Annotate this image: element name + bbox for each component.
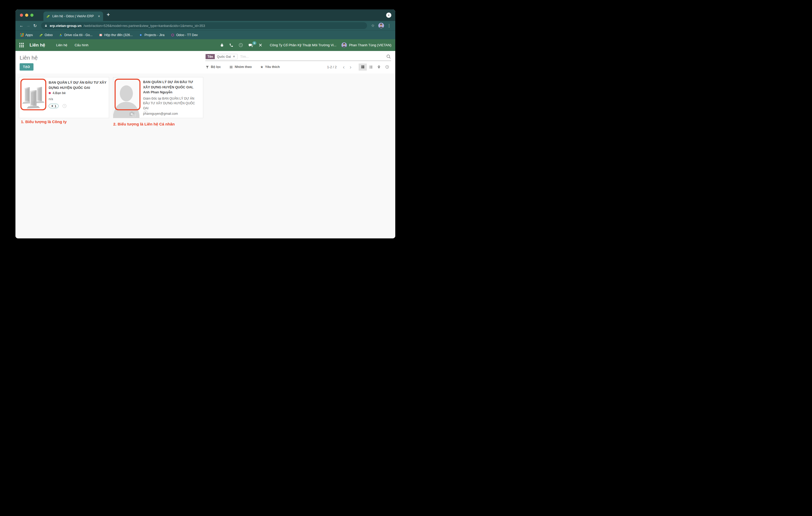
browser-toolbar: ← → ↻ erp.vietan-group.vn /web#action=52…	[16, 21, 395, 30]
company-switcher[interactable]: Công Ty Cổ Phần Kỹ Thuật Môi Trường Vi..…	[270, 43, 337, 47]
kanban-view: BAN QUẢN LÝ DỰ ÁN ĐẦU TƯ XÂY DỰNG HUYỆN …	[16, 73, 395, 238]
drive-icon	[59, 33, 62, 37]
menu-cau-hinh[interactable]: Cấu hình	[75, 43, 88, 47]
kanban-view-button[interactable]	[359, 63, 367, 70]
search-input[interactable]	[240, 55, 386, 59]
tab-search-menu-button[interactable]: ▼	[386, 12, 392, 18]
funnel-icon	[205, 65, 209, 69]
browser-profile-avatar[interactable]	[378, 23, 384, 29]
bookmark-drive[interactable]: Drive của tôi - Go...	[59, 33, 93, 37]
activities-clock-icon[interactable]	[238, 42, 243, 48]
bookmark-label: Projects - Jira	[144, 33, 164, 37]
phone-icon[interactable]	[229, 43, 233, 47]
bookmark-star-icon[interactable]: ☆	[371, 23, 375, 28]
apps-grid-icon	[20, 33, 24, 37]
reload-button[interactable]: ↻	[32, 23, 38, 28]
bookmark-odoo-tt-dev[interactable]: Odoo - TT Dev	[171, 33, 198, 37]
browser-tab[interactable]: Liên hệ - Odoo | VietAn ERP ✕	[44, 11, 103, 21]
contact-card-person[interactable]: BAN QUẢN LÝ DỰ ÁN ĐẦU TƯ XÂY DỰNG HUYỆN …	[113, 77, 203, 118]
browser-window: Liên hệ - Odoo | VietAn ERP ✕ + ▼ ← → ↻ …	[16, 9, 395, 238]
schedule-activity-icon[interactable]	[143, 110, 148, 115]
favorites-label: Yêu thích	[265, 65, 280, 69]
filters-button[interactable]: Bộ lọc	[205, 65, 221, 69]
bookmark-apps[interactable]: Apps	[20, 33, 33, 37]
activity-view-button[interactable]	[383, 63, 391, 70]
annotation-person: 2. Biểu tượng là Liên hệ Cá nhân	[113, 122, 175, 126]
category-label: 4.Bạn bè	[53, 91, 66, 95]
lock-icon	[44, 24, 48, 27]
browser-menu-icon[interactable]: ⋮	[387, 23, 391, 28]
list-icon	[369, 65, 373, 69]
bookmark-gmail[interactable]: Hộp thư đến (326...	[99, 33, 133, 37]
filters-label: Bộ lọc	[211, 65, 221, 69]
bookmark-label: Hộp thư đến (326...	[105, 33, 133, 37]
apps-menu-icon[interactable]	[19, 43, 24, 47]
pager: 1-2 / 2 ‹ ›	[327, 63, 391, 70]
control-panel-top: Liên hệ Tên Quốc Oai ✕	[16, 51, 395, 61]
create-button[interactable]: TẠO	[20, 63, 33, 70]
minimize-window-button[interactable]	[25, 13, 28, 17]
annotation-company: 1. Biểu tượng là Công ty	[21, 119, 67, 124]
debug-bug-icon[interactable]	[220, 43, 224, 47]
tools-icon[interactable]	[258, 43, 263, 47]
bookmark-jira[interactable]: Projects - Jira	[139, 33, 164, 37]
back-button[interactable]: ←	[18, 23, 25, 28]
odoo-main-navbar: Liên hệ Liên hệ Cấu hình	[16, 39, 395, 51]
facet-value-text: Quốc Oai	[217, 55, 231, 59]
current-app-name[interactable]: Liên hệ	[30, 42, 45, 48]
pager-previous-icon[interactable]: ‹	[341, 64, 347, 69]
card-text: BAN QUẢN LÝ DỰ ÁN ĐẦU TƯ XÂY DỰNG HUYỆN …	[143, 80, 201, 116]
zoom-window-button[interactable]	[30, 13, 33, 17]
annotation-box-person	[115, 79, 141, 110]
menu-lien-he[interactable]: Liên hệ	[56, 43, 67, 47]
facet-remove-icon[interactable]: ✕	[233, 55, 235, 58]
bookmark-label: Odoo - TT Dev	[176, 33, 198, 37]
tab-close-icon[interactable]: ✕	[98, 14, 100, 18]
bookmarks-bar: Apps Odoo Drive của tôi - Go...	[16, 30, 395, 39]
bookmark-label: Drive của tôi - Go...	[64, 33, 93, 37]
contact-name[interactable]: BAN QUẢN LÝ DỰ ÁN ĐẦU TƯ XÂY DỰNG HUYỆN …	[143, 80, 201, 95]
group-by-label: Nhóm theo	[235, 65, 252, 69]
page-title: Liên hệ	[20, 55, 205, 61]
star-icon: ★	[51, 104, 54, 108]
new-tab-button[interactable]: +	[107, 12, 110, 18]
facet-value: Quốc Oai ✕	[215, 54, 237, 59]
odoo-favicon-leaf-icon	[46, 14, 50, 18]
leaf-icon	[39, 33, 43, 37]
pager-next-icon[interactable]: ›	[348, 64, 353, 69]
camera-add-icon[interactable]	[129, 111, 136, 117]
traffic-lights	[20, 13, 33, 17]
close-window-button[interactable]	[20, 13, 23, 17]
bookmark-odoo[interactable]: Odoo	[39, 33, 53, 37]
user-menu[interactable]: Phan Thanh Tùng (VIETAN)	[341, 42, 392, 48]
message-count-badge: 1	[253, 41, 256, 45]
group-by-icon	[229, 65, 233, 69]
control-panel-bottom: TẠO Bộ lọc Nhóm theo ★ Yêu thích 1-2 / 2	[16, 61, 395, 73]
contact-detail: n/a	[49, 97, 107, 101]
map-view-button[interactable]	[375, 63, 383, 70]
list-view-button[interactable]	[367, 63, 375, 70]
favorites-button[interactable]: ★ Yêu thích	[260, 65, 280, 69]
schedule-activity-icon[interactable]	[62, 103, 67, 109]
search-icon[interactable]	[386, 54, 391, 59]
contact-email[interactable]: phannguyen@gmail.com	[143, 112, 201, 116]
card-text: BAN QUẢN LÝ DỰ ÁN ĐẦU TƯ XÂY DỰNG HUYỆN …	[49, 80, 107, 109]
kanban-icon	[361, 65, 365, 69]
star-count-badge[interactable]: ★ 1	[49, 104, 59, 108]
contact-card-company[interactable]: BAN QUẢN LÝ DỰ ÁN ĐẦU TƯ XÂY DỰNG HUYỆN …	[19, 77, 109, 118]
url-bar[interactable]: erp.vietan-group.vn /web#action=526&mode…	[41, 22, 367, 29]
pager-range: 1-2 / 2	[327, 65, 337, 69]
group-by-button[interactable]: Nhóm theo	[229, 65, 252, 69]
url-path: /web#action=526&model=res.partner&view_t…	[83, 24, 205, 28]
tab-strip: Liên hệ - Odoo | VietAn ERP ✕ + ▼	[16, 9, 395, 21]
facet-label: Tên	[206, 54, 215, 59]
star-count: 1	[55, 104, 56, 108]
tab-title: Liên hệ - Odoo | VietAn ERP	[52, 14, 95, 18]
user-avatar	[341, 42, 347, 48]
category-dot-icon	[49, 92, 51, 94]
messages-icon[interactable]: 1	[248, 42, 253, 48]
contact-category: 4.Bạn bè	[49, 91, 107, 95]
contact-name[interactable]: BAN QUẢN LÝ DỰ ÁN ĐẦU TƯ XÂY DỰNG HUYỆN …	[49, 80, 107, 90]
jira-icon	[139, 33, 143, 37]
forward-button[interactable]: →	[25, 23, 32, 28]
